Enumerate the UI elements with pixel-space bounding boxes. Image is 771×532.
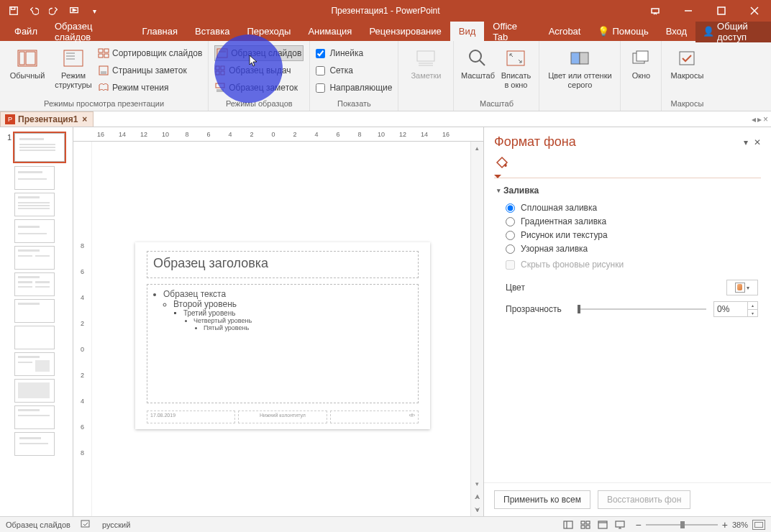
normal-view-button[interactable]: Обычный [6,44,49,81]
help-button[interactable]: 💡Помощь [589,26,657,37]
solid-fill-radio[interactable]: Сплошная заливка [506,203,758,213]
zoom-value[interactable]: 38% [732,520,748,529]
guides-checkbox[interactable]: Направляющие [316,80,392,96]
doctab-left-icon[interactable]: ◂ [752,114,756,124]
close-doc-icon[interactable]: × [81,114,88,124]
footer-placeholder[interactable]: Нижний колонтитул [238,411,327,423]
zoom-slider[interactable] [646,524,718,526]
slide-master[interactable]: Образец заголовка Образец текста Второй … [135,242,430,429]
master-thumbnail[interactable] [14,133,65,162]
outline-view-button[interactable]: Режим структуры [52,44,95,90]
thumbnail-pane[interactable]: 1 [0,127,73,516]
tab-file[interactable]: Файл [6,22,46,41]
date-placeholder[interactable]: 17.08.2019 [147,411,235,423]
bulb-icon: 💡 [598,26,609,37]
picture-fill-radio[interactable]: Рисунок или текстура [506,230,758,240]
layout-thumbnail[interactable] [14,246,55,270]
doctab-close-icon[interactable]: × [763,114,768,124]
svg-rect-24 [216,66,219,70]
status-language[interactable]: русский [102,520,130,529]
pane-close-icon[interactable]: ✕ [754,137,761,147]
layout-thumbnail[interactable] [14,352,55,376]
layout-thumbnail[interactable] [14,326,55,349]
zoom-in-icon[interactable]: + [722,519,728,531]
tab-review[interactable]: Рецензирование [360,22,450,41]
share-button[interactable]: 👤Общий доступ [695,21,771,42]
tab-acrobat[interactable]: Acrobat [540,22,590,41]
window-button[interactable]: Окно [626,44,655,81]
transparency-slider[interactable] [578,308,706,310]
doctab-right-icon[interactable]: ▸ [757,114,762,124]
fill-category-icon[interactable] [484,154,771,178]
slide-master-button[interactable]: Образец слайдов [214,45,304,61]
format-background-pane: Формат фона ▾ ✕ Заливка Сплошная заливка… [483,127,771,516]
spellcheck-icon[interactable] [81,519,92,531]
color-picker-button[interactable]: ▾ [726,280,758,295]
slide-sorter-button[interactable]: Сортировщик слайдов [98,45,202,61]
next-slide-icon[interactable]: ⮟ [471,503,483,516]
spin-down-icon[interactable]: ▾ [747,310,757,317]
horizontal-ruler[interactable]: 1614121086420246810121416 [73,127,483,142]
spin-up-icon[interactable]: ▴ [747,302,757,310]
sorter-view-status-icon[interactable] [577,518,594,531]
notes-master-button[interactable]: Образец заметок [214,80,304,96]
tab-office-tab[interactable]: Office Tab [484,22,539,41]
maximize-icon[interactable] [705,0,738,22]
redo-icon[interactable] [46,3,62,19]
zoom-out-icon[interactable]: − [636,519,642,531]
vertical-ruler[interactable]: 864202468 [73,142,92,516]
reading-view-status-icon[interactable] [594,518,611,531]
color-grayscale-button[interactable]: Цвет или оттенки серого [545,44,614,90]
content-placeholder[interactable]: Образец текста Второй уровень Третий уро… [147,284,419,403]
minimize-icon[interactable] [672,0,705,22]
document-tab[interactable]: P Презентация1 × [0,111,93,127]
handout-master-button[interactable]: Образец выдач [214,63,304,78]
undo-icon[interactable] [26,3,42,19]
fit-to-window-status-icon[interactable] [752,520,765,530]
normal-view-status-icon[interactable] [560,518,577,531]
signin-button[interactable]: Вход [657,26,695,37]
vertical-scrollbar[interactable]: ▴ ▾ ⮝ ⮟ [470,142,483,516]
close-icon[interactable] [738,0,771,22]
tab-view[interactable]: Вид [450,22,485,41]
slide-canvas[interactable]: Образец заголовка Образец текста Второй … [92,142,470,516]
tab-home[interactable]: Главная [134,22,186,41]
layout-thumbnail[interactable] [14,299,55,323]
ruler-checkbox[interactable]: Линейка [316,45,392,61]
scroll-up-icon[interactable]: ▴ [471,142,483,155]
gradient-fill-radio[interactable]: Градиентная заливка [506,216,758,226]
pattern-fill-radio[interactable]: Узорная заливка [506,244,758,254]
layout-thumbnail[interactable] [14,432,55,456]
notes-page-button[interactable]: Страницы заметок [98,63,202,78]
title-placeholder[interactable]: Образец заголовка [147,251,419,278]
reading-view-button[interactable]: Режим чтения [98,80,202,96]
prev-slide-icon[interactable]: ⮝ [471,490,483,503]
fill-section-header[interactable]: Заливка [497,185,758,196]
macros-button[interactable]: Макросы [667,44,706,81]
tab-slide-master[interactable]: Образец слайдов [46,22,134,41]
layout-thumbnail[interactable] [14,272,55,296]
ribbon-options-icon[interactable] [639,0,672,22]
transparency-input[interactable]: 0%▴▾ [713,301,758,317]
tab-insert[interactable]: Вставка [186,22,238,41]
tab-animation[interactable]: Анимация [299,22,360,41]
save-icon[interactable] [6,3,22,19]
page-number-placeholder[interactable]: ‹#› [330,411,419,423]
start-slideshow-icon[interactable] [66,3,82,19]
layout-thumbnail[interactable] [14,193,55,216]
layout-thumbnail[interactable] [14,219,55,243]
pane-options-icon[interactable]: ▾ [744,137,748,147]
scroll-down-icon[interactable]: ▾ [471,477,483,490]
svg-rect-15 [99,49,103,52]
qat-more-icon[interactable]: ▾ [86,3,102,19]
svg-rect-46 [586,521,590,524]
grid-checkbox[interactable]: Сетка [316,63,392,78]
layout-thumbnail[interactable] [14,379,55,403]
layout-thumbnail[interactable] [14,166,55,190]
zoom-button[interactable]: Масштаб [460,44,496,81]
apply-all-button[interactable]: Применить ко всем [494,490,590,509]
slideshow-status-icon[interactable] [611,518,629,531]
fit-to-window-button[interactable]: Вписать в окно [498,44,533,90]
tab-transitions[interactable]: Переходы [238,22,299,41]
layout-thumbnail[interactable] [14,405,55,429]
